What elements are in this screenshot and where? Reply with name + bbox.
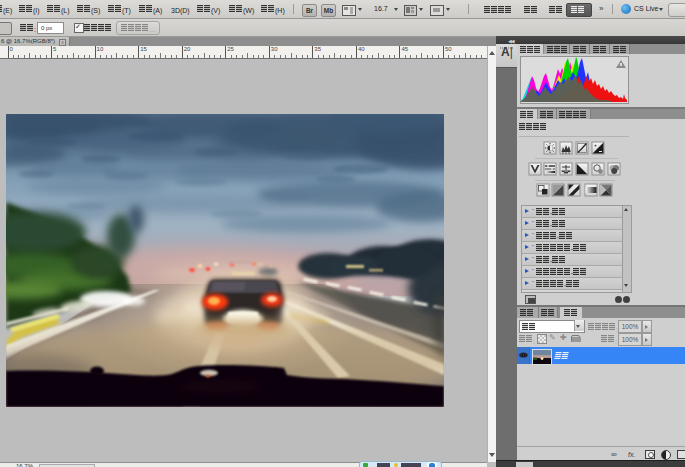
svg-text:+: + [594,142,597,148]
